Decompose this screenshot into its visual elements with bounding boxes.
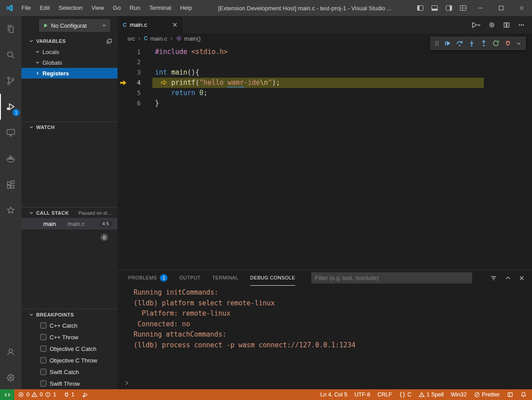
tab-output[interactable]: OUTPUT — [179, 271, 201, 286]
menu-selection[interactable]: Selection — [54, 0, 87, 16]
section-variables[interactable]: VARIABLES — [21, 36, 117, 46]
run-or-debug-icon[interactable] — [471, 21, 481, 29]
breakpoint-gutter[interactable] — [117, 88, 128, 98]
chevron-right-icon — [124, 380, 130, 386]
split-editor-icon[interactable] — [503, 21, 510, 29]
more-actions-icon[interactable] — [518, 21, 525, 29]
variables-locals[interactable]: Locals — [21, 46, 117, 57]
checkbox[interactable] — [40, 357, 46, 363]
debug-config-dropdown[interactable]: No Configurat — [39, 19, 110, 32]
step-over-button[interactable] — [456, 40, 463, 47]
menu-edit[interactable]: Edit — [35, 0, 54, 16]
activity-remote-explorer[interactable] — [0, 120, 21, 146]
breadcrumb-folder[interactable]: src — [127, 35, 135, 42]
ports-status[interactable]: 1 — [60, 389, 78, 400]
debug-console-input[interactable] — [117, 377, 532, 389]
breakpoint-gutter[interactable] — [117, 47, 128, 57]
notifications[interactable] — [517, 389, 532, 400]
stack-frame-row[interactable]: main main.c 4:5 — [21, 218, 117, 229]
minimize-button[interactable] — [470, 0, 491, 16]
code-text: printf("hello wamr-ide\n"); — [155, 78, 280, 88]
disconnect-button[interactable] — [504, 40, 511, 47]
activity-run-debug[interactable]: 1 — [0, 94, 21, 120]
section-breakpoints[interactable]: BREAKPOINTS — [21, 309, 117, 320]
drag-grip-icon[interactable] — [435, 40, 439, 47]
activity-source-control[interactable] — [0, 68, 21, 94]
platform-indicator[interactable]: Win32 — [447, 389, 470, 400]
close-tab-icon[interactable] — [172, 22, 178, 28]
collapse-all-icon[interactable] — [106, 38, 112, 44]
breakpoint-swift-catch[interactable]: Swift Catch — [21, 366, 117, 378]
toggle-secondary-sidebar-icon[interactable] — [442, 0, 456, 16]
breadcrumb-file[interactable]: main.c — [150, 35, 167, 42]
tab-main-c[interactable]: C main.c — [117, 16, 182, 33]
breadcrumb-symbol[interactable]: main() — [184, 35, 201, 42]
section-watch[interactable]: WATCH — [21, 121, 117, 132]
checkbox[interactable] — [40, 322, 46, 329]
checkbox[interactable] — [40, 380, 46, 387]
section-call-stack[interactable]: CALL STACK Paused on st... — [21, 207, 117, 218]
filter-icon[interactable] — [490, 275, 497, 282]
breakpoint-cpp-throw[interactable]: C++ Throw — [21, 331, 117, 343]
menu-view[interactable]: View — [87, 0, 109, 16]
close-button[interactable] — [511, 0, 532, 16]
formatter-status[interactable]: Prettier — [470, 389, 503, 400]
breakpoint-gutter[interactable] — [117, 98, 128, 108]
activity-favorites[interactable] — [0, 197, 21, 223]
maximize-button[interactable] — [491, 0, 511, 16]
breakpoint-gutter[interactable] — [117, 57, 128, 67]
menu-go[interactable]: Go — [109, 0, 125, 16]
debug-shortcut[interactable] — [78, 389, 92, 400]
menu-help[interactable]: Help — [176, 0, 197, 16]
eol-indicator[interactable]: CRLF — [374, 389, 396, 400]
continue-button[interactable] — [444, 40, 451, 47]
activity-search[interactable] — [0, 42, 21, 68]
step-into-button[interactable] — [468, 40, 475, 47]
layout-indicator[interactable] — [503, 389, 517, 400]
menu-terminal[interactable]: Terminal — [145, 0, 176, 16]
breakpoint-label: Swift Throw — [50, 380, 80, 387]
activity-accounts[interactable] — [0, 340, 21, 363]
start-debug-icon[interactable] — [42, 22, 48, 29]
step-out-button[interactable] — [480, 40, 487, 47]
customize-layout-icon[interactable] — [456, 0, 470, 16]
close-panel-icon[interactable] — [519, 275, 525, 281]
activity-explorer[interactable] — [0, 16, 21, 42]
menu-file[interactable]: File — [17, 0, 35, 16]
checkbox[interactable] — [40, 369, 46, 375]
problems-status[interactable]: 0 0 1 — [14, 389, 60, 400]
call-stack-empty-space — [21, 229, 117, 309]
spell-checker-status[interactable]: 1 Spell — [415, 389, 447, 400]
console-filter-input[interactable] — [311, 272, 472, 283]
checkbox[interactable] — [40, 334, 46, 340]
restart-button[interactable] — [492, 40, 499, 47]
activity-settings[interactable] — [0, 366, 21, 389]
breakpoint-objc-catch[interactable]: Objective C Catch — [21, 343, 117, 354]
toggle-sidebar-icon[interactable] — [413, 0, 427, 16]
tab-problems[interactable]: PROBLEMS 1 — [128, 271, 168, 286]
breakpoint-cpp-catch[interactable]: C++ Catch — [21, 320, 117, 331]
cursor-position[interactable]: Ln 4, Col 5 — [317, 389, 351, 400]
menu-run[interactable]: Run — [125, 0, 145, 16]
tab-terminal[interactable]: TERMINAL — [212, 271, 239, 286]
checkbox[interactable] — [40, 346, 46, 352]
maximize-panel-icon[interactable] — [505, 275, 511, 281]
encoding-indicator[interactable]: UTF-8 — [351, 389, 373, 400]
language-mode[interactable]: {} C — [396, 389, 415, 400]
remote-indicator[interactable] — [0, 389, 14, 400]
tab-label: PROBLEMS — [128, 275, 157, 280]
breakpoint-swift-throw[interactable]: Swift Throw — [21, 378, 117, 389]
activity-extensions[interactable] — [0, 171, 21, 197]
chevron-down-icon[interactable] — [516, 41, 521, 46]
toggle-panel-icon[interactable] — [427, 0, 442, 16]
breakpoint-gutter[interactable] — [117, 67, 128, 78]
settings-gear-icon[interactable] — [488, 21, 495, 29]
variables-registers[interactable]: Registers — [21, 68, 117, 79]
breakpoint-gutter[interactable] — [117, 78, 128, 88]
call-stack-badge: 0 — [101, 233, 108, 241]
activity-docker[interactable] — [0, 146, 21, 171]
tab-debug-console[interactable]: DEBUG CONSOLE — [250, 271, 295, 286]
variables-globals[interactable]: Globals — [21, 57, 117, 68]
breakpoint-objc-throw[interactable]: Objective C Throw — [21, 354, 117, 366]
code-editor[interactable]: 1 #include <stdio.h> 2 3 int main(){ — [117, 43, 532, 270]
